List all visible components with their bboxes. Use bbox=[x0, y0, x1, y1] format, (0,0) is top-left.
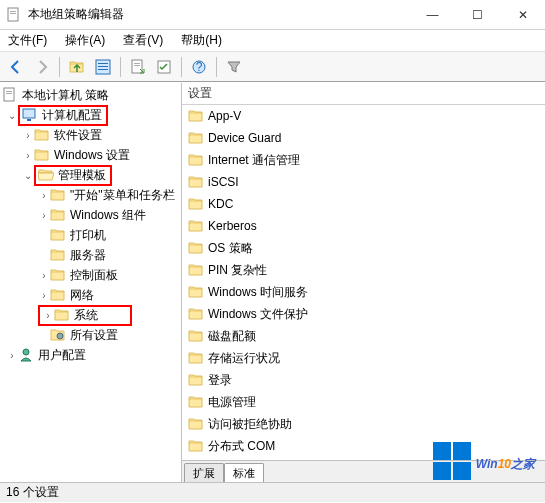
list-item-label: Kerberos bbox=[208, 219, 257, 233]
list-item-label: PIN 复杂性 bbox=[208, 262, 267, 279]
minimize-button[interactable]: — bbox=[410, 0, 455, 30]
up-button[interactable] bbox=[65, 55, 89, 79]
maximize-button[interactable]: ☐ bbox=[455, 0, 500, 30]
tree-software-settings[interactable]: › 软件设置 bbox=[0, 125, 181, 145]
list-item[interactable]: 分布式 COM bbox=[182, 435, 545, 457]
expand-icon[interactable]: › bbox=[42, 310, 54, 321]
collapse-icon[interactable]: ⌄ bbox=[6, 110, 18, 121]
toolbar-separator bbox=[59, 57, 60, 77]
expand-icon[interactable]: › bbox=[6, 350, 18, 361]
list-item[interactable]: App-V bbox=[182, 105, 545, 127]
user-icon bbox=[18, 347, 34, 363]
doc-icon bbox=[2, 87, 18, 103]
list-item-label: 电源管理 bbox=[208, 394, 256, 411]
tree-windows-components[interactable]: › Windows 组件 bbox=[0, 205, 181, 225]
close-button[interactable]: ✕ bbox=[500, 0, 545, 30]
tree-root-label: 本地计算机 策略 bbox=[20, 87, 111, 104]
export-icon bbox=[130, 59, 146, 75]
computer-icon bbox=[22, 107, 38, 123]
filter-icon bbox=[226, 59, 242, 75]
statusbar: 16 个设置 bbox=[0, 482, 545, 502]
svg-text:?: ? bbox=[196, 60, 203, 74]
tree-all-settings[interactable]: 所有设置 bbox=[0, 325, 181, 345]
tree-label: 用户配置 bbox=[36, 347, 88, 364]
tree-pane[interactable]: 本地计算机 策略 ⌄ 计算机配置 › 软件设置 › Windows 设置 ⌄ bbox=[0, 83, 182, 482]
tab-extended[interactable]: 扩展 bbox=[184, 463, 224, 482]
folder-icon bbox=[188, 328, 204, 344]
tree-label: 系统 bbox=[72, 307, 100, 324]
folder-icon bbox=[188, 394, 204, 410]
list-item[interactable]: 磁盘配额 bbox=[182, 325, 545, 347]
folder-icon bbox=[34, 127, 50, 143]
back-button[interactable] bbox=[4, 55, 28, 79]
tree-root[interactable]: 本地计算机 策略 bbox=[0, 85, 181, 105]
tree-computer-config[interactable]: ⌄ 计算机配置 bbox=[0, 105, 181, 125]
back-icon bbox=[8, 59, 24, 75]
list-item[interactable]: Windows 时间服务 bbox=[182, 281, 545, 303]
folder-icon bbox=[188, 284, 204, 300]
expand-icon[interactable]: › bbox=[38, 210, 50, 221]
list-item[interactable]: PIN 复杂性 bbox=[182, 259, 545, 281]
folder-icon bbox=[188, 262, 204, 278]
toolbar-separator bbox=[120, 57, 121, 77]
tree-system[interactable]: › 系统 bbox=[0, 305, 181, 325]
forward-button[interactable] bbox=[30, 55, 54, 79]
folder-icon bbox=[188, 196, 204, 212]
tree-label: Windows 组件 bbox=[68, 207, 148, 224]
tab-standard[interactable]: 标准 bbox=[224, 463, 264, 482]
list-item-label: iSCSI bbox=[208, 175, 239, 189]
list-item-label: 磁盘配额 bbox=[208, 328, 256, 345]
expand-icon[interactable]: › bbox=[38, 270, 50, 281]
list-item[interactable]: 访问被拒绝协助 bbox=[182, 413, 545, 435]
folder-icon bbox=[188, 130, 204, 146]
expand-icon[interactable]: › bbox=[38, 290, 50, 301]
list-icon bbox=[95, 59, 111, 75]
list-item[interactable]: Windows 文件保护 bbox=[182, 303, 545, 325]
list-item[interactable]: Internet 通信管理 bbox=[182, 149, 545, 171]
menu-action[interactable]: 操作(A) bbox=[61, 30, 109, 51]
expand-icon[interactable]: › bbox=[22, 130, 34, 141]
list-item[interactable]: Device Guard bbox=[182, 127, 545, 149]
list-item[interactable]: 登录 bbox=[182, 369, 545, 391]
menu-view[interactable]: 查看(V) bbox=[119, 30, 167, 51]
list-item[interactable]: OS 策略 bbox=[182, 237, 545, 259]
toolbar-separator bbox=[181, 57, 182, 77]
list-item[interactable]: 电源管理 bbox=[182, 391, 545, 413]
list-item[interactable]: iSCSI bbox=[182, 171, 545, 193]
list-item-label: Windows 文件保护 bbox=[208, 306, 308, 323]
tree-label: 控制面板 bbox=[68, 267, 120, 284]
tree-printers[interactable]: 打印机 bbox=[0, 225, 181, 245]
expand-icon[interactable]: › bbox=[38, 190, 50, 201]
toolbar: ? bbox=[0, 52, 545, 82]
list-item[interactable]: KDC bbox=[182, 193, 545, 215]
tree-label: 打印机 bbox=[68, 227, 108, 244]
tree: 本地计算机 策略 ⌄ 计算机配置 › 软件设置 › Windows 设置 ⌄ bbox=[0, 83, 181, 367]
list-item[interactable]: Kerberos bbox=[182, 215, 545, 237]
tree-windows-settings[interactable]: › Windows 设置 bbox=[0, 145, 181, 165]
tree-control-panel[interactable]: › 控制面板 bbox=[0, 265, 181, 285]
export-button[interactable] bbox=[126, 55, 150, 79]
properties-icon bbox=[156, 59, 172, 75]
list-item-label: 存储运行状况 bbox=[208, 350, 280, 367]
folder-icon bbox=[50, 207, 66, 223]
list-item[interactable]: 存储运行状况 bbox=[182, 347, 545, 369]
menu-file[interactable]: 文件(F) bbox=[4, 30, 51, 51]
menu-help[interactable]: 帮助(H) bbox=[177, 30, 226, 51]
tree-user-config[interactable]: › 用户配置 bbox=[0, 345, 181, 365]
help-button[interactable]: ? bbox=[187, 55, 211, 79]
folder-icon bbox=[188, 218, 204, 234]
tree-start-menu[interactable]: › "开始"菜单和任务栏 bbox=[0, 185, 181, 205]
tree-server[interactable]: 服务器 bbox=[0, 245, 181, 265]
expand-icon[interactable]: › bbox=[22, 150, 34, 161]
folder-icon bbox=[50, 187, 66, 203]
list-column-header[interactable]: 设置 bbox=[182, 83, 545, 105]
properties-button[interactable] bbox=[152, 55, 176, 79]
folder-icon bbox=[188, 372, 204, 388]
collapse-icon[interactable]: ⌄ bbox=[22, 170, 34, 181]
window-title: 本地组策略编辑器 bbox=[28, 6, 410, 23]
filter-button[interactable] bbox=[222, 55, 246, 79]
show-list-button[interactable] bbox=[91, 55, 115, 79]
tree-network[interactable]: › 网络 bbox=[0, 285, 181, 305]
tree-admin-templates[interactable]: ⌄ 管理模板 bbox=[0, 165, 181, 185]
list-body[interactable]: App-VDevice GuardInternet 通信管理iSCSIKDCKe… bbox=[182, 105, 545, 460]
